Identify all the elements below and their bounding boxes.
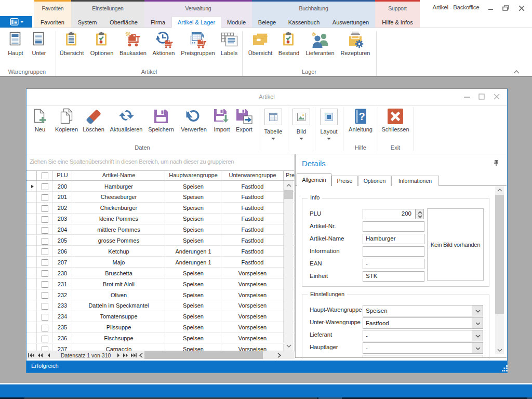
svg-text:?: ? — [358, 111, 365, 122]
